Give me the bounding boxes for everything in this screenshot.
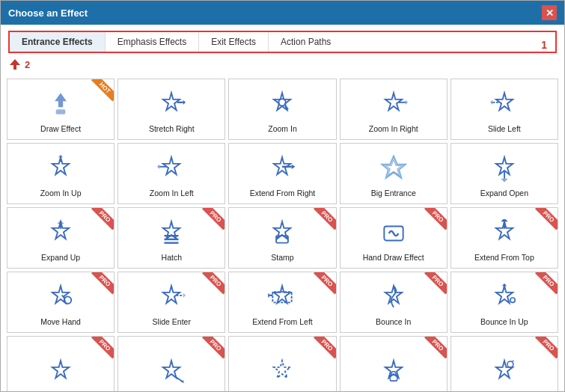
effect-cell-move-hand[interactable]: PROMove Hand [7,272,114,333]
effect-cell-extend-from-left[interactable]: PROExtend From Left [228,272,336,333]
effect-icon-stretch-right [155,88,188,121]
effect-badge-draw-effect: HOT [85,79,114,108]
effect-cell-zoom-in-up[interactable]: Zoom In Up [7,143,114,204]
effect-icon-slide-enter [155,281,188,314]
effect-icon-zoom-in-up [44,153,77,186]
effect-cell-big-entrance[interactable]: Big Entrance [340,143,448,204]
effect-cell-bounce-in-up[interactable]: PROBounce In Up [451,272,558,333]
effect-cell-effect-23[interactable]: PRO [228,336,336,391]
effect-label-slide-enter: Slide Enter [153,317,191,328]
effect-icon-move-hand [44,281,77,314]
effect-cell-hand-draw-effect[interactable]: PRO Hand Draw Effect [340,207,448,269]
effect-icon-expand-open [488,153,521,186]
svg-marker-31 [57,221,64,224]
svg-marker-12 [496,94,513,111]
badge-label: PRO [202,337,225,359]
effect-badge-effect-21: PRO [85,337,114,365]
svg-marker-9 [385,94,402,111]
effect-cell-stretch-right[interactable]: Stretch Right [117,79,225,140]
svg-marker-11 [406,100,408,105]
effect-cell-effect-22[interactable]: PRO [117,336,225,391]
effect-icon-expand-up [44,217,77,250]
effect-cell-expand-up[interactable]: PROExpand Up [7,207,114,269]
effect-badge-bounce-in-up: PRO [529,272,558,301]
effects-grid: HOT Draw EffectStretch RightZoom InZoom … [1,76,564,391]
badge-label: PRO [202,208,225,230]
badge-label: HOT [91,79,114,102]
close-button[interactable]: ✕ [542,5,557,20]
choose-effect-dialog: Choose an Effect ✕ Entrance EffectsEmpha… [0,0,565,392]
tab-action[interactable]: Action Paths [269,32,343,52]
effect-icon-hand-draw-effect [377,217,410,250]
effect-cell-bounce-in[interactable]: PROBounce In [340,272,448,333]
effect-label-draw-effect: Draw Effect [40,124,81,135]
badge-label: PRO [314,208,336,230]
effect-cell-hatch[interactable]: PRO Hatch [117,207,225,269]
effect-label-expand-up: Expand Up [41,253,80,263]
effect-cell-slide-enter[interactable]: PROSlide Enter [117,272,225,333]
effect-cell-stamp[interactable]: PROStamp [228,207,336,269]
svg-marker-17 [58,155,63,157]
effect-cell-zoom-in-right[interactable]: Zoom In Right [340,79,448,140]
effect-icon-extend-from-top [488,217,521,250]
effect-cell-zoom-in-left[interactable]: Zoom In Left [117,143,225,204]
effect-badge-slide-enter: PRO [196,272,225,301]
effect-label-zoom-in: Zoom In [268,124,297,135]
effect-cell-effect-21[interactable]: PRO [7,336,114,391]
tab-emphasis[interactable]: Emphasis Effects [106,32,199,52]
tab-annotation-number: 1 [541,39,547,51]
badge-label: PRO [91,337,114,359]
effect-label-extend-from-top: Extend From Top [474,253,534,263]
badge-label: PRO [424,272,447,295]
effect-icon-slide-left [488,88,521,121]
effect-icon-zoom-in [266,88,299,121]
svg-marker-1 [55,94,67,108]
effect-label-zoom-in-right: Zoom In Right [369,124,418,135]
tab-exit[interactable]: Exit Effects [199,32,269,52]
effect-badge-extend-from-top: PRO [529,208,558,236]
effect-badge-bounce-in: PRO [418,272,447,301]
effect-label-hatch: Hatch [162,253,182,263]
effect-label-bounce-in-up: Bounce In Up [480,317,528,328]
effect-cell-zoom-in[interactable]: Zoom In [228,79,336,140]
effect-cell-effect-24[interactable]: PRO [340,336,448,391]
effect-label-move-hand: Move Hand [40,317,81,328]
svg-rect-2 [56,110,66,114]
dialog-title: Choose an Effect [8,7,88,19]
down-arrow-icon [8,58,22,71]
svg-marker-3 [163,94,180,111]
tab-entrance[interactable]: Entrance Effects [10,32,106,52]
effect-cell-expand-open[interactable]: Expand Open [451,143,558,204]
effect-badge-stamp: PRO [308,208,336,236]
effect-cell-extend-from-top[interactable]: PROExtend From Top [451,207,558,269]
svg-marker-42 [52,287,69,304]
effect-cell-slide-left[interactable]: Slide Left [451,79,558,140]
arrow-annotation: 2 [8,58,30,71]
effect-icon-bounce-in-up [488,281,521,314]
effect-icon-draw-effect [44,88,77,121]
effect-icon-effect-21 [44,356,77,389]
title-bar: Choose an Effect ✕ [1,1,564,25]
badge-label: PRO [202,272,225,295]
effect-cell-draw-effect[interactable]: HOT Draw Effect [7,79,114,140]
badge-label: PRO [91,272,114,295]
effect-cell-extend-from-right[interactable]: Extend From Right [228,143,336,204]
effect-label-big-entrance: Big Entrance [371,189,416,199]
svg-marker-64 [496,361,513,378]
effect-label-extend-from-right: Extend From Right [250,189,316,199]
effect-label-expand-open: Expand Open [480,189,528,199]
effect-label-hand-draw-effect: Hand Draw Effect [363,253,424,263]
effect-badge-extend-from-left: PRO [308,272,336,301]
svg-marker-45 [163,287,180,304]
annotation-number: 2 [25,59,30,70]
effect-cell-effect-25[interactable]: PRO [451,336,558,391]
effect-icon-hatch [155,217,188,250]
svg-point-56 [510,298,515,302]
badge-label: PRO [314,272,336,295]
effect-badge-effect-23: PRO [308,337,336,365]
effect-badge-hand-draw-effect: PRO [418,208,447,236]
effect-badge-effect-25: PRO [529,337,558,365]
badge-label: PRO [535,208,558,230]
effect-label-zoom-in-up: Zoom In Up [40,189,82,199]
effect-icon-big-entrance [377,153,410,186]
